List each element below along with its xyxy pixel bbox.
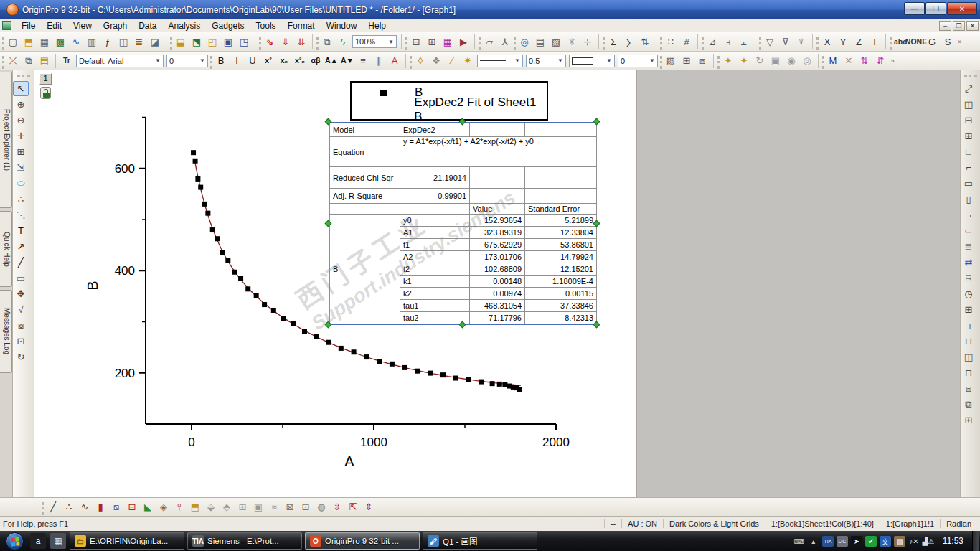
media-app-icon[interactable]: a [30,533,46,549]
paste-icon[interactable]: ▤ [37,54,52,67]
graph-window-icon[interactable] [2,21,11,30]
rescale-icon[interactable]: ⤢ [961,81,976,96]
annotation-edit-icon[interactable]: ✦ [737,54,751,67]
script-window-icon[interactable]: ▨ [549,35,563,49]
group-disabled-icon[interactable]: ◉ [784,54,798,67]
layer-four-icon[interactable]: ⊞ [961,128,976,143]
new-excel-icon[interactable]: ▩ [53,35,67,49]
zoom-in-icon[interactable]: ⊕ [13,97,29,112]
front-back-icon[interactable]: ⧉ [961,397,976,412]
pan-hand-icon[interactable]: ✥ [13,286,29,301]
rotate-3d-icon[interactable]: ↻ [13,349,29,364]
line-thickness-icon[interactable]: ≣ [961,239,976,254]
plot-box-icon[interactable]: ⊟ [125,500,139,514]
layer-1-button[interactable]: 1 [39,73,52,85]
filter-icon[interactable]: ▽ [763,35,777,49]
zoom-dropdown[interactable]: 100%▼ [352,35,397,48]
print-icon[interactable]: ⊟ [409,35,423,49]
plot-stock-icon[interactable]: ⫯ [172,500,187,514]
tab-quick-help[interactable]: Quick Help [0,211,12,287]
copy-icon[interactable]: ⧉ [22,54,36,67]
insert-sketch-icon[interactable]: ⊡ [13,334,29,349]
open-excel-icon[interactable]: ⬔ [189,35,204,49]
screen-reader-icon[interactable]: ✛ [13,128,29,143]
flip-vertical-icon[interactable]: ⇅ [857,54,872,67]
refresh-recalc-icon[interactable]: ↻ [753,54,767,67]
statistics-sigma-icon[interactable]: ∑ [622,35,636,49]
menu-edit[interactable]: Edit [41,20,67,32]
error-bars-icon[interactable]: I [867,35,882,49]
grid-borders-icon[interactable]: ⊞ [679,54,694,67]
align-columns-icon[interactable]: ◫ [961,349,976,364]
import-ascii-icon[interactable]: ⇓ [278,35,293,49]
plot-image-icon[interactable]: ▣ [251,500,265,514]
line-color-icon[interactable]: ∕ [445,54,459,67]
plot-line-icon[interactable]: ╱ [46,500,60,514]
axis-opposite-icon[interactable]: ¬ [961,207,976,222]
menu-view[interactable]: View [67,20,98,32]
axis-special-icon[interactable]: ⌙ [961,223,976,238]
menu-file[interactable]: File [16,20,41,32]
axis-top-left-icon[interactable]: ⌐ [961,160,976,175]
show-desktop-button[interactable] [972,531,979,551]
subscript-icon[interactable]: x₂ [277,54,291,67]
plot-line-symbol-icon[interactable]: ∿ [77,500,92,514]
paint-window-taskbar-button[interactable]: 🖌Q1 - 画图 [423,532,537,550]
tab-messages-log[interactable]: Messages Log [0,290,12,373]
unmask-range-icon[interactable]: ⊡ [298,500,313,514]
border-style-dropdown[interactable]: ▼ [569,55,615,67]
pattern-color-icon[interactable]: ❖ [429,54,443,67]
options-gear-icon[interactable]: ✳ [565,35,579,49]
mask-points-icon[interactable]: ◍ [314,500,329,514]
new-matrix-icon[interactable]: ▥ [85,35,99,49]
new-graph-icon[interactable]: ∿ [69,35,83,49]
zoom-panel-icon[interactable]: ⊞ [13,144,29,159]
child-close-button[interactable]: ✕ [966,21,979,31]
start-button[interactable] [6,532,24,550]
font-size-dropdown[interactable]: 0▼ [166,55,208,67]
line-tool-icon[interactable]: ╱ [13,255,29,270]
print-preview-icon[interactable]: ⊞ [425,35,439,49]
menu-window[interactable]: Window [321,20,363,32]
presentation-icon[interactable]: ▦ [440,35,455,49]
remove-points-icon[interactable]: ⇱ [346,500,360,514]
minimize-button[interactable]: — [904,2,925,15]
new-folder-icon[interactable]: ⬒ [22,35,36,49]
border-width-dropdown[interactable]: 0▼ [618,55,658,67]
new-workbook-icon[interactable]: ▦ [37,35,52,49]
restore-button[interactable]: ❐ [925,2,946,15]
bold-icon[interactable]: B [214,54,228,67]
grid-g-icon[interactable]: G [925,35,939,49]
none-label-icon[interactable]: NONE [909,35,923,49]
plot-special-icon[interactable]: ⧅ [109,500,123,514]
menu-tools[interactable]: Tools [250,20,282,32]
col-values-icon[interactable]: # [679,35,694,49]
plot-polar-icon[interactable]: ◈ [156,500,171,514]
sort-az-icon[interactable]: ⇅ [638,35,652,49]
ungroup-disabled-icon[interactable]: ◎ [800,54,814,67]
add-column-icon[interactable]: ⊹ [580,35,595,49]
volume-muted-tray-icon[interactable]: ♪✕ [908,536,920,547]
new-project-icon[interactable]: ▢ [6,35,20,49]
font-decrease-icon[interactable]: A▼ [340,54,354,67]
line-width-dropdown[interactable]: 0.5▼ [526,55,566,67]
child-restore-button[interactable]: ❐ [953,21,965,31]
template-library-icon[interactable]: ⬒ [188,500,202,514]
touch-keyboard-tray-icon[interactable]: ⌨ [793,536,805,547]
lock-icon[interactable] [40,87,51,99]
new-function-icon[interactable]: ƒ [100,35,115,49]
menu-analysis[interactable]: Analysis [163,20,207,32]
save-icon[interactable]: ▣ [221,35,235,49]
tia-updater-tray-icon[interactable]: TIA [822,536,834,547]
distribute-icon[interactable]: ⊞ [961,413,976,428]
set-values-icon[interactable]: ∷ [664,35,678,49]
menu-format[interactable]: Format [282,20,321,32]
plot-3d-surface-icon[interactable]: ⬘ [220,500,234,514]
arrow-tool-icon[interactable]: ↗ [13,239,29,254]
new-notes-icon[interactable]: ≣ [132,35,146,49]
tab-project-explorer[interactable]: Project Explorer (1) [0,72,12,208]
text-tool-icon[interactable]: T [13,223,29,238]
clipboard-tray-icon[interactable]: ▤ [894,536,905,547]
originpro-window-taskbar-button[interactable]: OOriginPro 9 32-bit ... [305,532,420,550]
axis-z-icon[interactable]: Z [852,35,866,49]
